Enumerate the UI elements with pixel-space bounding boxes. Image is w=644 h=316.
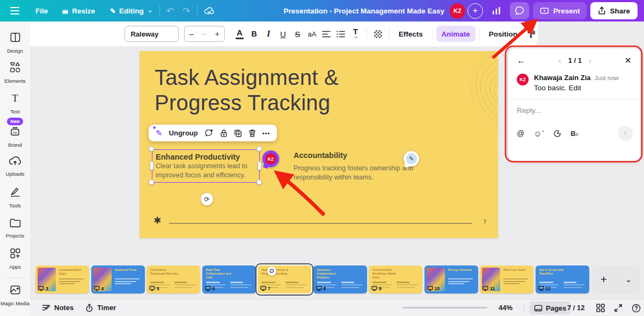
resize-handle-e[interactable] [258, 161, 261, 170]
resize-button[interactable]: Resize [62, 7, 95, 15]
comments-button[interactable] [510, 2, 529, 19]
notes-button[interactable]: Notes [42, 304, 74, 312]
sidebar-item-magic-media[interactable]: Magic Media [0, 284, 30, 306]
list-button[interactable] [334, 26, 348, 42]
reply-input[interactable]: Reply... [508, 99, 640, 121]
resize-handle-se[interactable] [257, 179, 262, 185]
quick-edit-bubble[interactable]: ✎ [404, 151, 419, 167]
section-body[interactable]: Clear task assignments lead to improved … [152, 162, 259, 179]
pages-view-button[interactable]: Pages [529, 301, 571, 314]
sidebar-item-design[interactable]: Design [0, 31, 30, 54]
font-size-stepper[interactable]: – -- + [184, 26, 225, 42]
slide-thumbnail-7[interactable]: Task Assignment & Progress Tracking7 [258, 265, 311, 293]
slide-thumbnail-12[interactable]: Get in Touch with TeamPilot12 [536, 265, 589, 293]
fullscreen-icon[interactable] [614, 304, 623, 312]
font-size-increase[interactable]: + [215, 30, 219, 38]
section-heading[interactable]: Enhanced Productivity [152, 150, 259, 162]
more-options-icon[interactable]: ••• [262, 130, 270, 137]
slide-thumbnail-11[interactable]: Pilot Your Team11 [480, 265, 533, 293]
slide-thumbnail-8[interactable]: Seamless Collaboration Features8 [313, 265, 367, 293]
section-heading[interactable]: Accountability [294, 151, 347, 160]
add-comment-icon[interactable] [204, 129, 214, 137]
italic-button[interactable]: I [261, 26, 276, 42]
ungroup-button[interactable]: Ungroup [169, 129, 198, 137]
slide-thumbnail-10[interactable]: Pricing Overview10 [425, 265, 478, 293]
help-icon[interactable] [632, 304, 641, 313]
add-page-button[interactable]: + [601, 273, 607, 286]
magic-write-icon[interactable]: ✎✱ [156, 128, 163, 138]
resize-handle-w[interactable] [150, 161, 153, 170]
resize-handle-nw[interactable] [149, 146, 154, 152]
alignment-button[interactable] [319, 26, 334, 42]
slide-projector-icon [482, 286, 488, 291]
hamburger-menu-icon[interactable] [0, 0, 29, 21]
sidebar-item-apps[interactable]: Apps [0, 247, 30, 270]
editing-mode-dropdown[interactable]: ✎ Editing ⌄ [110, 7, 153, 15]
present-button[interactable]: Present [533, 2, 587, 19]
font-size-decrease[interactable]: – [189, 30, 194, 38]
position-button[interactable]: Position [484, 30, 523, 38]
user-avatar[interactable]: KZ [450, 3, 465, 19]
slide-title[interactable]: Task Assignment & Progress Tracking [155, 65, 385, 116]
insights-button[interactable] [487, 2, 506, 19]
prev-comment-icon[interactable]: ‹ [559, 56, 561, 65]
slide-thumbnail-9[interactable]: Customizable Workflows Made Easy9 [369, 265, 422, 293]
delete-icon[interactable] [248, 129, 256, 138]
section-body[interactable]: Progress tracking fosters ownership and … [294, 164, 420, 182]
slide-thumbnail-4[interactable]: Scattered Tools4 [91, 265, 145, 293]
add-collaborator-button[interactable]: + [467, 3, 483, 19]
sidebar-item-uploads[interactable]: Uploads [0, 155, 30, 177]
sidebar-item-text[interactable]: TText [0, 92, 30, 114]
undo-button[interactable]: ↶ [166, 5, 174, 17]
font-family-select[interactable]: Raleway [125, 26, 179, 42]
zoom-slider[interactable] [402, 307, 487, 308]
next-comment-icon[interactable]: › [589, 56, 591, 65]
letter-spacing-button[interactable]: T↔ [348, 26, 363, 42]
close-icon[interactable]: ✕ [625, 55, 632, 66]
share-button[interactable]: Share [590, 2, 638, 19]
transparency-button[interactable] [371, 26, 385, 42]
strikethrough-button[interactable]: S [290, 26, 305, 42]
underline-button[interactable]: U [276, 26, 290, 42]
font-size-value: -- [202, 30, 207, 38]
animate-button[interactable]: Animate [436, 26, 475, 42]
sidebar-item-projects[interactable]: Projects [0, 217, 30, 239]
lock-icon[interactable] [220, 129, 228, 138]
file-menu[interactable]: File [35, 7, 48, 15]
collapse-filmstrip-icon[interactable]: ⌄ [625, 275, 632, 284]
text-color-button[interactable]: A [232, 26, 247, 42]
cloud-saved-icon [204, 6, 215, 15]
resize-handle-sw[interactable] [149, 179, 154, 185]
sidebar-item-tools[interactable]: Tools [0, 186, 30, 209]
comment-marker-bubble[interactable]: KZ [262, 150, 279, 167]
back-arrow-icon[interactable]: ← [517, 56, 525, 66]
sidebar-item-label: Uploads [6, 171, 25, 177]
footer-line [169, 223, 472, 224]
text-format-icon[interactable]: B≡ [570, 130, 578, 138]
text-case-button[interactable]: aA [305, 26, 319, 42]
copy-style-button[interactable] [524, 26, 538, 42]
bold-button[interactable]: B [247, 26, 261, 42]
sidebar-item-brand[interactable]: NewcoBrand [0, 125, 30, 148]
rotate-handle[interactable]: ⟳ [201, 193, 213, 205]
redo-button[interactable]: ↷ [182, 5, 190, 17]
grid-view-icon[interactable] [596, 304, 605, 312]
slide-thumbnail-3[interactable]: Communication Gaps3 [35, 265, 89, 293]
sidebar-item-elements[interactable]: Elements [0, 61, 30, 84]
timer-button[interactable]: Timer [85, 304, 116, 312]
effects-button[interactable]: Effects [393, 30, 428, 38]
slide-thumbnail-5[interactable]: Centralized Dashboard Benefits5 [147, 265, 200, 293]
emoji-icon[interactable]: ☺+ [533, 129, 544, 138]
document-title[interactable]: Presentation - Project Management Made E… [284, 7, 444, 15]
send-reply-button[interactable]: ↑ [618, 126, 633, 141]
thumbnail-page-badge: 10 [427, 286, 440, 291]
mention-icon[interactable]: @ [517, 129, 524, 138]
sticker-icon[interactable] [553, 130, 561, 138]
selected-text-group[interactable]: Enhanced Productivity Clear task assignm… [152, 149, 260, 183]
transparency-icon [374, 30, 382, 38]
slide-canvas[interactable]: Task Assignment & Progress Tracking ✎✱ U… [140, 51, 498, 238]
resize-handle-ne[interactable] [257, 146, 262, 152]
duplicate-icon[interactable] [234, 129, 242, 138]
page-controls: + ⌄ [591, 265, 641, 293]
slide-thumbnail-6[interactable]: Real-Time Collaboration and Chat6 [202, 265, 256, 293]
